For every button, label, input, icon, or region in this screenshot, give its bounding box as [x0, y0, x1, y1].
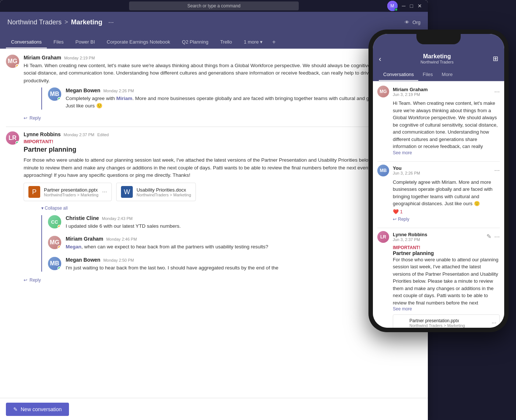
- phone-msg-time: Jun 3, 2:37 PM: [393, 237, 427, 242]
- tab-q2-planning[interactable]: Q2 Planning: [177, 36, 214, 48]
- file-card-docx[interactable]: W Usability Priorities.docx NorthwindTra…: [116, 183, 196, 201]
- message-time: Monday 2:26 PM: [103, 89, 134, 93]
- phone-compose-icon[interactable]: ⊞: [493, 55, 498, 63]
- message-author: Lynne Robbins: [24, 131, 61, 137]
- status-indicator: [58, 266, 61, 270]
- channel-options-dots[interactable]: ···: [108, 18, 114, 26]
- phone-author-info: Lynne Robbins Jun 3, 2:37 PM: [393, 232, 427, 242]
- phone-author-row: LR Lynne Robbins Jun 3, 2:37 PM: [377, 231, 427, 243]
- status-indicator: [15, 141, 19, 145]
- phone-msg-time: Jun 3, 2:19 PM: [393, 92, 428, 97]
- file-name: Partner presentation.pptx: [44, 187, 98, 193]
- status-indicator: [58, 225, 61, 228]
- phone-author-row: MG Miriam Graham Jun 3, 2:19 PM: [377, 86, 428, 97]
- phone-msg-text: Completely agree with Miriam. More and m…: [393, 179, 500, 207]
- phone-msg-header: LR Lynne Robbins Jun 3, 2:37 PM ✎ ···: [377, 231, 500, 243]
- tab-power-bi[interactable]: Power BI: [70, 36, 100, 48]
- search-bar[interactable]: Search or type a command: [129, 1, 299, 10]
- phone-msg-actions: ✎ ···: [486, 233, 500, 241]
- phone-msg-header: MB You Jun 3, 2:26 PM ···: [377, 165, 500, 176]
- new-conversation-label: New conversation: [21, 406, 62, 412]
- phone-message-options[interactable]: ···: [494, 88, 500, 96]
- mention: Miriam: [116, 96, 132, 101]
- compose-icon: ✎: [13, 406, 18, 412]
- maximize-button[interactable]: □: [410, 3, 413, 9]
- avatar-miriam: MG: [6, 55, 19, 68]
- message-time: Monday 2:46 PM: [106, 237, 137, 241]
- header-title: Northwind Traders > Marketing ···: [7, 18, 114, 26]
- phone-msg-text: Hi Team. When creating new content, let'…: [393, 100, 500, 150]
- phone-file-info: Partner presentation.pptx Northwind Trad…: [409, 318, 489, 328]
- file-info: Partner presentation.pptx NorthwindTrade…: [44, 187, 98, 197]
- file-name: Usability Priorities.docx: [136, 187, 191, 193]
- search-text: Search or type a command: [187, 3, 240, 8]
- reply-icon: ↩: [24, 116, 27, 121]
- message-item: LR Lynne Robbins Monday 2:37 PM Edited I…: [6, 131, 420, 283]
- phone-notch-area: [373, 34, 504, 50]
- file-card-pptx[interactable]: P Partner presentation.pptx NorthwindTra…: [24, 183, 112, 201]
- phone-separator: [377, 161, 500, 162]
- phone-see-more-button[interactable]: See more: [393, 150, 500, 155]
- separator: [6, 127, 420, 127]
- phone-notch: [416, 34, 461, 44]
- phone-message-item: MG Miriam Graham Jun 3, 2:19 PM ··· Hi T…: [377, 86, 500, 155]
- phone-edit-icon[interactable]: ✎: [486, 233, 491, 241]
- phone-file-card-pptx[interactable]: P Partner presentation.pptx Northwind Tr…: [393, 314, 500, 328]
- reply-label: Reply: [30, 278, 41, 283]
- phone-subject: Partner planning: [393, 250, 500, 256]
- mention: Megan: [66, 244, 82, 249]
- phone-reply-button[interactable]: ↩ Reply: [393, 217, 500, 222]
- add-tab-button[interactable]: +: [269, 36, 278, 48]
- phone-tab-conversations[interactable]: Conversations: [379, 69, 418, 81]
- tab-conversations[interactable]: Conversations: [6, 36, 47, 48]
- file-options-button[interactable]: ···: [102, 189, 107, 195]
- tab-trello[interactable]: Trello: [215, 36, 237, 48]
- new-conversation-button[interactable]: ✎ New conversation: [6, 403, 69, 416]
- phone-file-options[interactable]: ···: [492, 320, 496, 326]
- phone-conversations: MG Miriam Graham Jun 3, 2:19 PM ··· Hi T…: [373, 81, 504, 328]
- reply-icon: ↩: [24, 278, 27, 283]
- file-info: Usability Priorities.docx NorthwindTrade…: [136, 187, 191, 197]
- online-status-dot: [395, 8, 398, 11]
- message-edited: Edited: [97, 132, 109, 137]
- phone-message-options[interactable]: ···: [494, 233, 500, 241]
- phone-separator: [377, 228, 500, 228]
- channel-name: Marketing: [71, 18, 102, 26]
- avatar-miriam-2: MG: [48, 236, 61, 249]
- phone-author-name: You: [393, 165, 420, 171]
- team-name: Northwind Traders: [7, 18, 62, 26]
- phone-pptx-icon: P: [396, 318, 406, 328]
- status-indicator: [58, 97, 61, 101]
- phone-tab-files[interactable]: Files: [418, 69, 437, 81]
- title-bar: Search or type a command M ─ □ ✕: [0, 0, 428, 12]
- minimize-button[interactable]: ─: [402, 3, 406, 9]
- phone-avatar-you: MB: [377, 165, 389, 176]
- user-avatar[interactable]: M: [387, 1, 398, 11]
- phone-reaction: ❤️ 1: [393, 209, 500, 214]
- phone-msg-header: MG Miriam Graham Jun 3, 2:19 PM ···: [377, 86, 500, 97]
- phone-important-label: IMPORTANT!: [393, 245, 500, 250]
- phone-author-name: Miriam Graham: [393, 87, 428, 92]
- tab-files[interactable]: Files: [48, 36, 69, 48]
- message-time: Monday 2:19 PM: [64, 56, 95, 60]
- close-button[interactable]: ✕: [418, 3, 422, 9]
- phone-tab-more[interactable]: More: [437, 69, 457, 81]
- tab-more[interactable]: 1 more ▾: [239, 36, 268, 48]
- message-author: Miriam Graham: [24, 55, 61, 61]
- message-author: Megan Bowen: [66, 257, 100, 263]
- tab-corporate-earnings[interactable]: Corporate Earnings Notebook: [101, 36, 175, 48]
- reply-icon: ↩: [393, 217, 396, 222]
- phone-channel-name: Marketing: [420, 53, 454, 60]
- avatar-megan-2: MB: [48, 257, 61, 270]
- phone-message-options[interactable]: ···: [494, 166, 500, 174]
- phone-see-more-button[interactable]: See more: [393, 306, 500, 311]
- phone-avatar-miriam: MG: [377, 86, 389, 97]
- phone-back-button[interactable]: ‹: [379, 55, 381, 63]
- pptx-icon: P: [28, 186, 40, 198]
- phone-container: ‹ Marketing Northwind Traders ⊞ Conversa…: [361, 11, 516, 410]
- phone-author-info: Miriam Graham Jun 3, 2:19 PM: [393, 87, 428, 97]
- reply-label: Reply: [30, 116, 41, 121]
- phone-device: ‹ Marketing Northwind Traders ⊞ Conversa…: [368, 30, 509, 332]
- phone-msg-time: Jun 3, 2:26 PM: [393, 171, 420, 175]
- status-indicator: [58, 245, 61, 249]
